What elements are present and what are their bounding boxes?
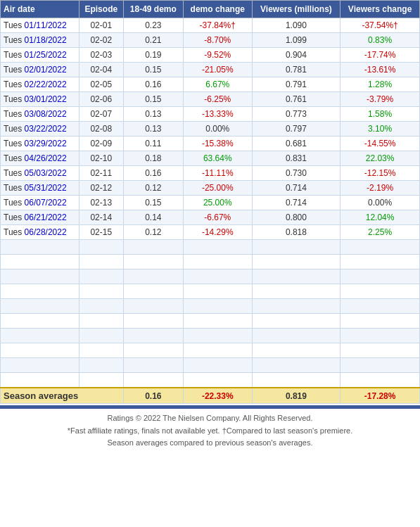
cell-airdate: Tues 05/03/2022 — [1, 166, 79, 181]
cell-viewers-change: -3.79% — [341, 92, 420, 107]
cell-demo: 0.21 — [123, 33, 183, 48]
cell-date-link[interactable]: 05/31/2022 — [25, 183, 67, 193]
cell-viewers: 0.781 — [252, 63, 341, 77]
cell-day: Tues — [4, 124, 25, 134]
cell-day: Tues — [4, 80, 25, 89]
cell-viewers-change: -17.74% — [341, 48, 420, 63]
cell-day: Tues — [4, 94, 25, 104]
cell-demo-change: -25.00% — [183, 181, 252, 196]
cell-episode: 02-12 — [79, 181, 123, 196]
footer-line1: Ratings © 2022 The Nielsen Company. All … — [3, 412, 417, 425]
cell-episode: 02-04 — [79, 63, 123, 77]
cell-date-link[interactable]: 02/22/2022 — [25, 80, 67, 89]
cell-date-link[interactable]: 03/29/2022 — [25, 139, 67, 148]
cell-day: Tues — [4, 212, 25, 222]
cell-date-link[interactable]: 06/21/2022 — [25, 212, 67, 222]
cell-demo: 0.13 — [123, 122, 183, 136]
cell-date-link[interactable]: 01/11/2022 — [25, 20, 67, 30]
cell-episode: 02-15 — [79, 225, 123, 240]
empty-row — [1, 255, 420, 269]
cell-day: Tues — [4, 20, 25, 30]
table-row: Tues 03/29/2022 02-09 0.11 -15.38% 0.681… — [1, 136, 420, 151]
cell-day: Tues — [4, 109, 25, 119]
table-row: Tues 02/01/2022 02-04 0.15 -21.05% 0.781… — [1, 63, 420, 77]
cell-demo: 0.15 — [123, 196, 183, 210]
cell-demo: 0.16 — [123, 77, 183, 92]
cell-date-link[interactable]: 06/07/2022 — [25, 198, 67, 208]
cell-viewers-change: 0.83% — [341, 33, 420, 48]
cell-date-link[interactable]: 01/25/2022 — [25, 50, 67, 60]
empty-row — [1, 329, 420, 343]
cell-day: Tues — [4, 35, 25, 45]
cell-day: Tues — [4, 227, 25, 237]
empty-row — [1, 284, 420, 299]
cell-date-link[interactable]: 03/22/2022 — [25, 124, 67, 134]
cell-viewers-change: -12.15% — [341, 166, 420, 181]
cell-date-link[interactable]: 05/03/2022 — [25, 168, 67, 178]
header-viewers: Viewers (millions) — [252, 1, 341, 18]
cell-demo: 0.15 — [123, 92, 183, 107]
cell-viewers: 0.904 — [252, 48, 341, 63]
cell-episode: 02-01 — [79, 18, 123, 33]
cell-day: Tues — [4, 183, 25, 193]
cell-demo: 0.12 — [123, 181, 183, 196]
cell-viewers: 0.773 — [252, 107, 341, 122]
cell-airdate: Tues 06/28/2022 — [1, 225, 79, 240]
cell-viewers: 1.090 — [252, 18, 341, 33]
header-demo-change: demo change — [183, 1, 252, 18]
cell-demo: 0.15 — [123, 63, 183, 77]
cell-airdate: Tues 02/01/2022 — [1, 63, 79, 77]
footer-line2: *Fast affiliate ratings, finals not avai… — [3, 425, 417, 438]
cell-episode: 02-14 — [79, 210, 123, 225]
cell-airdate: Tues 03/22/2022 — [1, 122, 79, 136]
cell-day: Tues — [4, 153, 25, 163]
empty-row — [1, 343, 420, 358]
cell-airdate: Tues 01/11/2022 — [1, 18, 79, 33]
cell-demo-change: -14.29% — [183, 225, 252, 240]
cell-demo-change: -9.52% — [183, 48, 252, 63]
cell-demo-change: 6.67% — [183, 77, 252, 92]
season-viewers: 0.819 — [252, 388, 341, 404]
cell-demo-change: 63.64% — [183, 151, 252, 166]
table-row: Tues 01/25/2022 02-03 0.19 -9.52% 0.904 … — [1, 48, 420, 63]
cell-viewers: 0.791 — [252, 77, 341, 92]
cell-demo: 0.16 — [123, 166, 183, 181]
cell-date-link[interactable]: 06/28/2022 — [25, 227, 67, 237]
cell-viewers: 0.800 — [252, 210, 341, 225]
empty-row — [1, 299, 420, 314]
cell-viewers: 0.681 — [252, 136, 341, 151]
cell-viewers: 0.714 — [252, 181, 341, 196]
cell-viewers: 1.099 — [252, 33, 341, 48]
cell-demo-change: 25.00% — [183, 196, 252, 210]
season-viewers-change: -17.28% — [341, 388, 420, 404]
table-row: Tues 03/22/2022 02-08 0.13 0.00% 0.797 3… — [1, 122, 420, 136]
cell-episode: 02-11 — [79, 166, 123, 181]
cell-demo-change: -6.67% — [183, 210, 252, 225]
cell-demo: 0.14 — [123, 210, 183, 225]
cell-viewers-change: -14.55% — [341, 136, 420, 151]
cell-episode: 02-13 — [79, 196, 123, 210]
table-row: Tues 03/08/2022 02-07 0.13 -13.33% 0.773… — [1, 107, 420, 122]
cell-date-link[interactable]: 02/01/2022 — [25, 65, 67, 75]
table-row: Tues 06/21/2022 02-14 0.14 -6.67% 0.800 … — [1, 210, 420, 225]
cell-date-link[interactable]: 03/08/2022 — [25, 109, 67, 119]
cell-episode: 02-05 — [79, 77, 123, 92]
cell-date-link[interactable]: 04/26/2022 — [25, 153, 67, 163]
empty-row — [1, 373, 420, 388]
cell-demo-change: -15.38% — [183, 136, 252, 151]
table-row: Tues 02/22/2022 02-05 0.16 6.67% 0.791 1… — [1, 77, 420, 92]
cell-airdate: Tues 06/07/2022 — [1, 196, 79, 210]
cell-episode: 02-06 — [79, 92, 123, 107]
cell-date-link[interactable]: 03/01/2022 — [25, 94, 67, 104]
cell-demo: 0.23 — [123, 18, 183, 33]
header-episode: Episode — [79, 1, 123, 18]
cell-viewers-change: 1.28% — [341, 77, 420, 92]
season-averages-row: Season averages 0.16 -22.33% 0.819 -17.2… — [1, 388, 420, 404]
cell-demo-change: -6.25% — [183, 92, 252, 107]
cell-date-link[interactable]: 01/18/2022 — [25, 35, 67, 45]
cell-viewers-change: 22.03% — [341, 151, 420, 166]
empty-row — [1, 358, 420, 373]
cell-day: Tues — [4, 139, 25, 148]
cell-airdate: Tues 02/22/2022 — [1, 77, 79, 92]
cell-viewers: 0.831 — [252, 151, 341, 166]
